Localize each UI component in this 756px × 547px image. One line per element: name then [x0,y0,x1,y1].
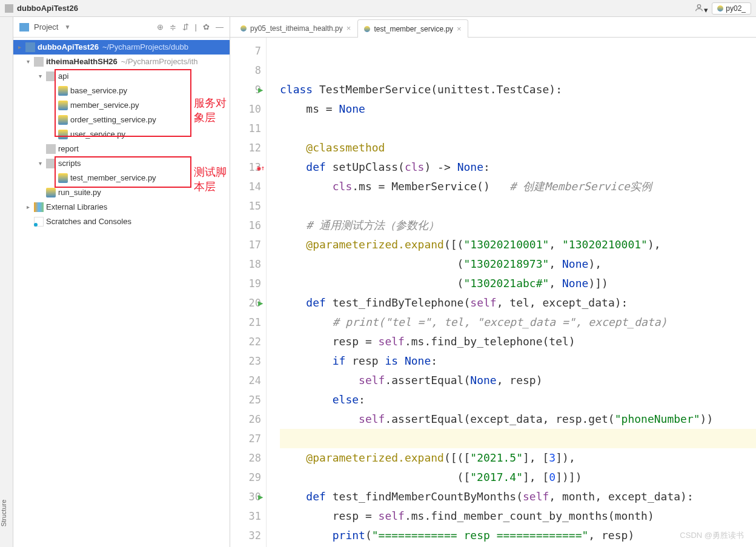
library-icon [34,202,44,212]
run-config[interactable]: py02_ [712,2,751,15]
hide-icon[interactable]: — [216,22,224,31]
collapse-all-icon[interactable]: ⇵ [182,22,189,31]
code-content[interactable]: class TestMemberService(unittest.TestCas… [267,38,756,547]
folder-icon [25,42,35,52]
run-gutter-icon[interactable]: ▶ [258,293,263,313]
tree-report[interactable]: report [13,142,230,156]
close-icon[interactable]: × [346,24,351,33]
python-icon [717,5,723,12]
python-file-icon [58,101,68,110]
tab-test-member[interactable]: test_member_service.py× [357,19,468,38]
folder-icon [46,71,56,81]
scratches-icon [34,217,44,227]
tree-ext-lib[interactable]: External Libraries [13,200,230,214]
folder-icon [46,159,56,168]
annotation-label-scripts: 测试脚本层 [194,165,230,194]
tab-py05[interactable]: py05_test_itheima_health.py× [234,19,357,37]
divider: | [195,22,197,31]
panel-header: Project ▼ ⊕ ≑ ⇵ | ✿ — [13,17,230,38]
editor-area: py05_test_itheima_health.py× test_member… [230,17,756,547]
editor-tabs: py05_test_itheima_health.py× test_member… [230,17,756,38]
python-file-icon [58,115,68,125]
close-icon[interactable]: × [457,24,462,33]
tree-project2[interactable]: itheimaHealthSH26~/PycharmProjects/ith [13,55,230,69]
chevron-down-icon[interactable]: ▼ [64,24,70,30]
folder-icon [46,144,56,154]
run-gutter-icon[interactable]: ▶ [258,80,263,99]
python-file-icon [46,188,56,197]
side-rail: Structure [0,17,13,547]
tree-api[interactable]: api [13,69,230,84]
gutter[interactable]: 7891011121314151617181920212223242526272… [230,38,267,547]
expand-all-icon[interactable]: ≑ [170,22,176,31]
tree-root[interactable]: dubboApiTest26~/PycharmProjects/dubb [13,40,230,55]
select-opened-icon[interactable]: ⊕ [157,22,164,31]
python-file-icon [58,86,68,96]
folder-icon [5,4,13,13]
gear-icon[interactable]: ✿ [203,22,210,31]
python-file-icon [240,25,247,31]
tree-file[interactable]: user_service.py [13,127,230,142]
watermark: CSDN @勇胜读书 [680,530,744,541]
user-icon[interactable]: ▾ [694,3,708,15]
annotation-label-api: 服务对象层 [194,96,230,125]
project-tree: dubboApiTest26~/PycharmProjects/dubb ith… [13,38,230,231]
title-bar: dubboApiTest26 ▾ py02_ [0,0,756,17]
project-panel: Project ▼ ⊕ ≑ ⇵ | ✿ — dubboApiTest26~/Py… [13,17,230,547]
structure-tool[interactable]: Structure [0,500,7,527]
svg-point-0 [698,4,701,7]
code-editor[interactable]: 7891011121314151617181920212223242526272… [230,38,756,547]
override-gutter-icon[interactable]: ◉↑ [257,159,265,178]
python-file-icon [58,173,68,183]
run-gutter-icon[interactable]: ▶ [258,487,263,506]
project-title: dubboApiTest26 [17,4,78,13]
python-file-icon [58,130,68,139]
panel-tools: ⊕ ≑ ⇵ | ✿ — [157,22,224,31]
tree-scratches[interactable]: Scratches and Consoles [13,214,230,229]
project-icon [19,23,29,31]
python-file-icon [364,26,370,32]
panel-title[interactable]: Project [34,22,58,31]
folder-icon [34,57,44,67]
